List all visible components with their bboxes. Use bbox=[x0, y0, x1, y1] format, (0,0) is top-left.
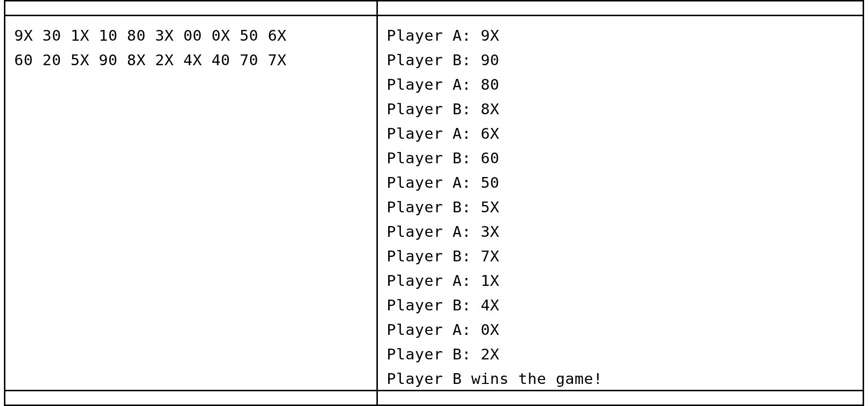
output-cell: Player A: 9X Player B: 90 Player A: 80 P… bbox=[378, 16, 863, 390]
input-cell: 9X 30 1X 10 80 3X 00 0X 50 6X 60 20 5X 9… bbox=[5, 16, 378, 390]
input-line-1: 9X 30 1X 10 80 3X 00 0X 50 6X bbox=[14, 26, 287, 44]
output-line: Player B: 60 bbox=[387, 149, 499, 167]
output-line: Player B wins the game! bbox=[387, 370, 603, 387]
table-row-above bbox=[4, 0, 864, 15]
table: 9X 30 1X 10 80 3X 00 0X 50 6X 60 20 5X 9… bbox=[0, 0, 868, 406]
cell-empty bbox=[5, 1, 378, 15]
output-line: Player A: 6X bbox=[387, 125, 499, 142]
cell-empty bbox=[378, 1, 863, 15]
output-line: Player A: 3X bbox=[387, 223, 499, 240]
output-line: Player A: 0X bbox=[387, 321, 499, 338]
output-line: Player A: 50 bbox=[387, 174, 499, 191]
output-line: Player B: 5X bbox=[387, 198, 499, 216]
output-line: Player A: 1X bbox=[387, 272, 499, 289]
output-line: Player A: 9X bbox=[387, 26, 499, 44]
output-line: Player B: 4X bbox=[387, 296, 499, 314]
table-row: 9X 30 1X 10 80 3X 00 0X 50 6X 60 20 5X 9… bbox=[4, 15, 864, 391]
output-line: Player A: 80 bbox=[387, 76, 499, 93]
output-line: Player B: 7X bbox=[387, 247, 499, 265]
output-line: Player B: 90 bbox=[387, 51, 499, 69]
cell-empty bbox=[378, 391, 863, 405]
table-row-below bbox=[4, 391, 864, 406]
output-line: Player B: 2X bbox=[387, 345, 499, 363]
cell-empty bbox=[5, 391, 378, 405]
output-line: Player B: 8X bbox=[387, 100, 499, 118]
input-line-2: 60 20 5X 90 8X 2X 4X 40 70 7X bbox=[14, 51, 287, 69]
